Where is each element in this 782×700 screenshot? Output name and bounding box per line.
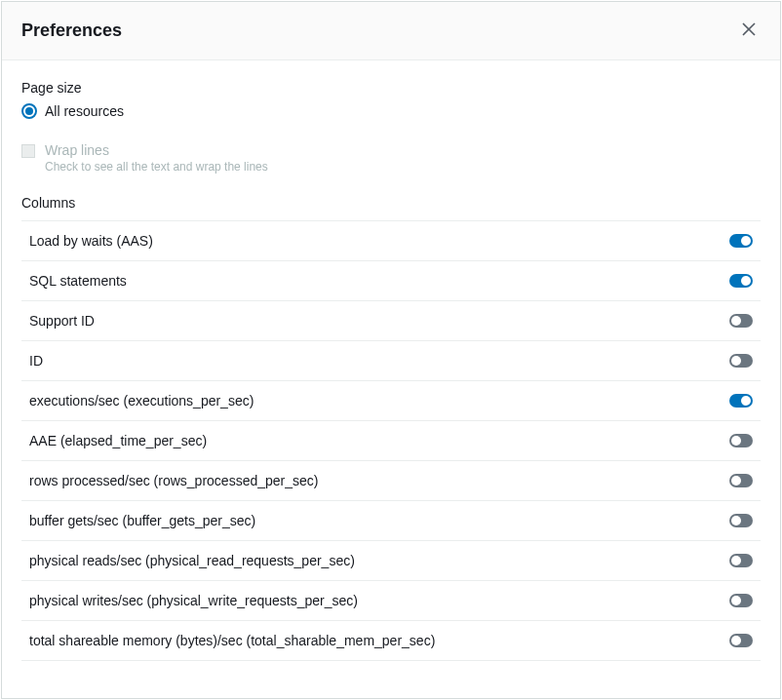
column-toggle[interactable] <box>729 434 753 447</box>
column-row: total shareable memory (bytes)/sec (tota… <box>21 621 761 661</box>
page-size-label: Page size <box>21 80 761 96</box>
column-toggle[interactable] <box>729 314 753 328</box>
close-icon <box>741 25 757 40</box>
column-toggle[interactable] <box>729 394 753 408</box>
modal-header: Preferences <box>2 2 780 60</box>
column-toggle[interactable] <box>729 354 753 368</box>
column-toggle[interactable] <box>729 514 753 527</box>
column-label: total shareable memory (bytes)/sec (tota… <box>29 633 435 648</box>
column-row: SQL statements <box>21 261 761 301</box>
column-toggle[interactable] <box>729 594 753 607</box>
column-row: Support ID <box>21 301 761 341</box>
column-row: ID <box>21 341 761 381</box>
preferences-modal: Preferences Page size All resources Wrap… <box>1 1 781 699</box>
wrap-lines-label: Wrap lines <box>45 142 268 158</box>
column-label: rows processed/sec (rows_processed_per_s… <box>29 473 318 488</box>
wrap-lines-hint: Check to see all the text and wrap the l… <box>45 160 268 174</box>
column-label: Load by waits (AAS) <box>29 233 153 249</box>
radio-icon <box>21 103 37 119</box>
column-toggle[interactable] <box>729 634 753 647</box>
column-row: physical reads/sec (physical_read_reques… <box>21 541 761 581</box>
column-row: executions/sec (executions_per_sec) <box>21 381 761 421</box>
column-label: SQL statements <box>29 273 127 289</box>
columns-list: Load by waits (AAS)SQL statementsSupport… <box>21 220 761 661</box>
column-row: AAE (elapsed_time_per_sec) <box>21 421 761 461</box>
column-label: physical reads/sec (physical_read_reques… <box>29 553 355 568</box>
column-row: physical writes/sec (physical_write_requ… <box>21 581 761 621</box>
modal-title: Preferences <box>21 20 122 41</box>
columns-section-label: Columns <box>21 195 761 211</box>
modal-body: Page size All resources Wrap lines Check… <box>2 60 780 698</box>
column-toggle[interactable] <box>729 274 753 288</box>
column-label: physical writes/sec (physical_write_requ… <box>29 593 358 608</box>
column-row: Load by waits (AAS) <box>21 221 761 261</box>
column-label: executions/sec (executions_per_sec) <box>29 393 254 408</box>
checkbox-icon[interactable] <box>21 144 35 158</box>
column-label: ID <box>29 353 43 369</box>
page-size-option-label: All resources <box>45 103 124 119</box>
column-row: buffer gets/sec (buffer_gets_per_sec) <box>21 501 761 541</box>
wrap-lines-option: Wrap lines Check to see all the text and… <box>21 142 761 174</box>
column-label: buffer gets/sec (buffer_gets_per_sec) <box>29 513 255 528</box>
page-size-option-all[interactable]: All resources <box>21 103 761 119</box>
column-label: AAE (elapsed_time_per_sec) <box>29 433 207 448</box>
column-toggle[interactable] <box>729 474 753 487</box>
close-button[interactable] <box>737 18 761 44</box>
column-toggle[interactable] <box>729 234 753 248</box>
column-toggle[interactable] <box>729 554 753 567</box>
column-row: rows processed/sec (rows_processed_per_s… <box>21 461 761 501</box>
column-label: Support ID <box>29 313 95 329</box>
